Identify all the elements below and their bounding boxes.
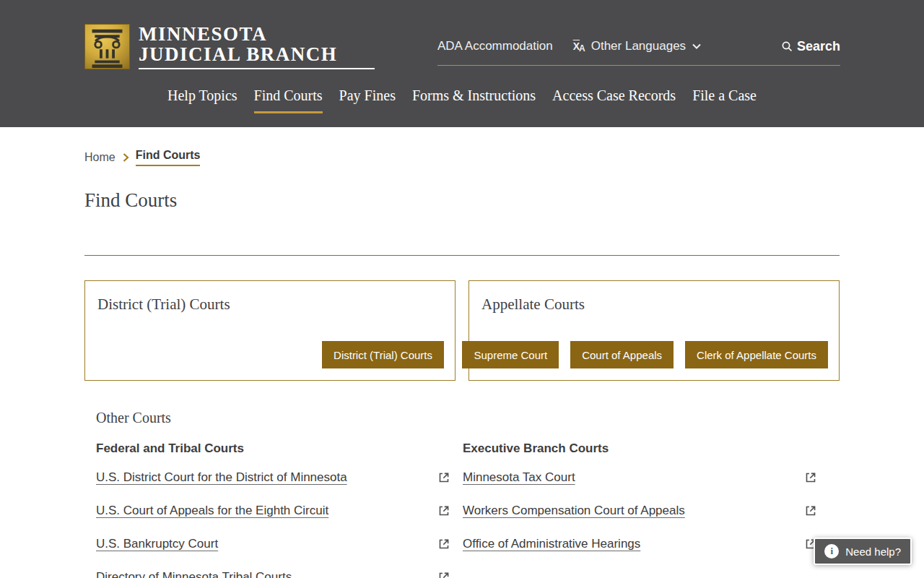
district-courts-card-buttons: District (Trial) Courts xyxy=(322,341,444,368)
office-admin-hearings-link[interactable]: Office of Administrative Hearings xyxy=(463,537,640,551)
external-link-icon[interactable] xyxy=(437,504,451,518)
ada-accommodation-link[interactable]: ADA Accommodation xyxy=(437,39,553,53)
other-languages-dropdown[interactable]: XA Other Languages xyxy=(573,39,702,53)
list-item: U.S. Court of Appeals for the Eighth Cir… xyxy=(96,494,451,527)
workers-compensation-court-link[interactable]: Workers Compensation Court of Appeals xyxy=(463,504,685,518)
brand-line-2: JUDICIAL BRANCH xyxy=(139,44,375,64)
site-header: MINNESOTA JUDICIAL BRANCH ADA Accommodat… xyxy=(0,0,924,127)
brand-underline xyxy=(139,68,375,69)
breadcrumb-current[interactable]: Find Courts xyxy=(136,149,201,166)
executive-branch-courts-heading: Executive Branch Courts xyxy=(463,441,818,457)
supreme-court-button[interactable]: Supreme Court xyxy=(462,341,559,368)
other-languages-label: Other Languages xyxy=(591,39,686,53)
search-label: Search xyxy=(797,39,840,54)
external-link-icon[interactable] xyxy=(803,470,818,485)
list-item: Directory of Minnesota Tribal Courts xyxy=(96,561,451,578)
appellate-courts-card: Appellate Courts Supreme Court Court of … xyxy=(468,280,840,381)
title-divider xyxy=(84,255,840,256)
search-icon xyxy=(781,40,793,53)
list-item: Office of Administrative Hearings xyxy=(463,527,818,561)
nav-item-access-case-records[interactable]: Access Case Records xyxy=(552,87,676,113)
search-button[interactable]: Search xyxy=(781,39,840,54)
utility-nav: ADA Accommodation XA Other Languages Sea… xyxy=(437,27,840,66)
brand-wordmark: MINNESOTA JUDICIAL BRANCH xyxy=(139,24,375,69)
appellate-courts-card-title: Appellate Courts xyxy=(481,296,585,314)
list-item: Minnesota Tax Court xyxy=(463,461,818,494)
external-link-icon[interactable] xyxy=(437,570,451,578)
other-courts-heading: Other Courts xyxy=(96,409,818,426)
appellate-courts-card-buttons: Supreme Court Court of Appeals Clerk of … xyxy=(462,341,828,368)
district-trial-courts-button[interactable]: District (Trial) Courts xyxy=(322,341,444,368)
chevron-right-icon xyxy=(122,152,129,163)
translate-icon: XA xyxy=(573,41,586,51)
nav-item-file-a-case[interactable]: File a Case xyxy=(692,87,757,113)
main-nav: Help Topics Find Courts Pay Fines Forms … xyxy=(0,87,924,113)
other-courts-section: Other Courts Federal and Tribal Courts U… xyxy=(96,409,818,578)
breadcrumb-home-link[interactable]: Home xyxy=(84,151,116,164)
info-icon: i xyxy=(824,544,839,558)
brand-logo[interactable]: MINNESOTA JUDICIAL BRANCH xyxy=(84,24,375,69)
list-item: U.S. District Court for the District of … xyxy=(96,461,451,494)
external-link-icon[interactable] xyxy=(437,537,451,551)
list-item: U.S. Bankruptcy Court xyxy=(96,527,451,561)
list-item: Workers Compensation Court of Appeals xyxy=(463,494,818,527)
external-link-icon[interactable] xyxy=(803,504,818,518)
court-cards-row: District (Trial) Courts District (Trial)… xyxy=(84,280,840,381)
federal-tribal-courts-heading: Federal and Tribal Courts xyxy=(96,441,451,457)
other-courts-columns: Federal and Tribal Courts U.S. District … xyxy=(96,441,818,578)
brand-line-1: MINNESOTA xyxy=(139,24,375,44)
breadcrumb: Home Find Courts xyxy=(84,149,200,166)
federal-tribal-courts-column: Federal and Tribal Courts U.S. District … xyxy=(96,441,451,578)
nav-item-pay-fines[interactable]: Pay Fines xyxy=(339,87,396,113)
mn-tax-court-link[interactable]: Minnesota Tax Court xyxy=(463,470,575,485)
translate-icon-a: A xyxy=(579,44,585,53)
us-court-of-appeals-link[interactable]: U.S. Court of Appeals for the Eighth Cir… xyxy=(96,504,328,518)
district-courts-card-title: District (Trial) Courts xyxy=(97,296,230,314)
pillar-icon xyxy=(85,24,129,69)
need-help-label: Need help? xyxy=(845,545,901,558)
column-logo-icon xyxy=(84,24,130,69)
nav-item-help-topics[interactable]: Help Topics xyxy=(167,87,237,113)
page-title: Find Courts xyxy=(84,189,177,212)
clerk-of-appellate-courts-button[interactable]: Clerk of Appellate Courts xyxy=(685,341,828,368)
nav-item-forms-instructions[interactable]: Forms & Instructions xyxy=(412,87,536,113)
chevron-down-icon xyxy=(692,43,702,50)
need-help-button[interactable]: i Need help? xyxy=(814,538,912,565)
us-bankruptcy-court-link[interactable]: U.S. Bankruptcy Court xyxy=(96,537,218,551)
tribal-courts-directory-link[interactable]: Directory of Minnesota Tribal Courts xyxy=(96,570,292,578)
court-of-appeals-button[interactable]: Court of Appeals xyxy=(570,341,674,368)
executive-branch-courts-column: Executive Branch Courts Minnesota Tax Co… xyxy=(463,441,818,578)
district-courts-card: District (Trial) Courts District (Trial)… xyxy=(84,280,456,381)
external-link-icon[interactable] xyxy=(437,470,451,485)
nav-item-find-courts[interactable]: Find Courts xyxy=(254,87,323,113)
us-district-court-link[interactable]: U.S. District Court for the District of … xyxy=(96,470,347,485)
